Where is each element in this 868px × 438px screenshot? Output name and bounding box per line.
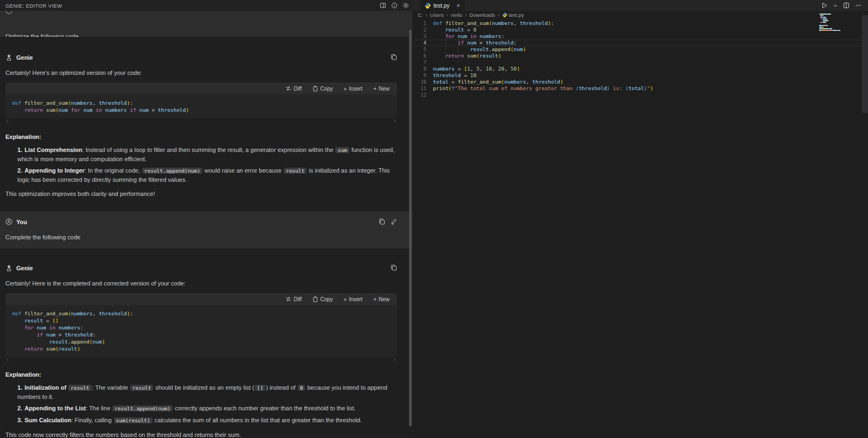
info-icon[interactable] [391, 2, 398, 9]
minimap-line [819, 28, 863, 29]
genie-message-header: Genie [5, 249, 397, 271]
code-token: for [445, 33, 455, 39]
code-token: , [526, 79, 532, 85]
code-token: = [449, 79, 458, 85]
code-block-body[interactable]: def filter_and_sum(numbers, threshold): … [5, 305, 397, 357]
insert-label: Insert [349, 296, 362, 302]
new-button[interactable]: + New [373, 296, 390, 302]
code-line[interactable]: 7 [412, 59, 868, 66]
panel-header-actions [380, 2, 409, 9]
code-block-body[interactable]: def filter_and_sum(numbers, threshold): … [5, 94, 397, 118]
breadcrumb-label: Users [430, 12, 444, 18]
breadcrumb-item[interactable]: renlu [451, 12, 462, 18]
code-line[interactable]: 4 if num > threshold: [412, 40, 868, 46]
insert-button[interactable]: » Insert [344, 86, 363, 92]
minimap[interactable] [819, 14, 863, 33]
scroll-left-icon[interactable]: ‹ [7, 357, 9, 363]
explanation-list: 1.List Comprehension: Instead of using a… [17, 145, 397, 184]
scroll-right-icon[interactable]: › [394, 357, 396, 363]
code-line[interactable]: 9threshold = 10 [412, 72, 868, 79]
code-line[interactable]: 10total = filter_and_sum(numbers, thresh… [412, 79, 868, 85]
scroll-left-icon[interactable]: ‹ [7, 118, 9, 124]
diff-button[interactable]: Diff [285, 296, 302, 302]
code-line[interactable]: 12 [412, 92, 868, 98]
text: ) instead of [266, 384, 297, 391]
copy-message-icon[interactable] [391, 54, 397, 60]
panel-scrollbar[interactable] [409, 12, 412, 437]
editor-scrollbar[interactable] [862, 11, 868, 438]
code-token: ) [523, 46, 526, 52]
code-token: 50 [510, 66, 516, 72]
scrollbar-thumb[interactable] [409, 30, 412, 426]
tab-test-py[interactable]: test.py × [420, 0, 465, 11]
split-editor-icon[interactable] [843, 2, 850, 9]
explanation-item: 2.Appending to Integer: In the original … [17, 166, 397, 184]
breadcrumb-item[interactable]: Users [430, 12, 444, 18]
copy-message-icon[interactable] [391, 264, 397, 271]
close-tab-icon[interactable]: × [456, 3, 459, 8]
chat-code-line: return sum(num for num in numbers if num… [12, 106, 391, 113]
code-line[interactable]: 6 return sum(result) [412, 53, 868, 59]
code-token: 10 [486, 66, 492, 72]
bold-text: Sum Calculation [24, 417, 71, 423]
code-token: : [93, 332, 96, 338]
open-in-editor-icon[interactable] [380, 2, 386, 9]
code-line[interactable]: 2 result = 0 [412, 27, 868, 33]
code-area[interactable]: 1def filter_and_sum(numbers, threshold):… [412, 18, 868, 98]
code-editor: test.py × C:›Users›renlu›Downloads›test.… [412, 0, 868, 438]
chat-code-line: result.append(num) [12, 338, 391, 345]
line-content: numbers = [1, 5, 10, 20, 50] [433, 66, 520, 72]
clipboard-icon [312, 86, 318, 92]
diff-label: Diff [293, 86, 302, 92]
diff-button[interactable]: Diff [285, 86, 302, 92]
minimap-segment [826, 22, 826, 23]
copy-label: Copy [320, 296, 333, 302]
code-token: return [24, 346, 43, 352]
minimap-line [819, 23, 863, 24]
insert-icon: » [344, 86, 347, 92]
breadcrumb-label: C: [418, 12, 423, 18]
code-token: ) [186, 107, 189, 113]
line-number: 11 [412, 85, 433, 92]
diff-icon [285, 296, 291, 302]
code-line[interactable]: 5 result.append(num) [412, 46, 868, 53]
copy-button[interactable]: Copy [312, 86, 333, 92]
copy-button[interactable]: Copy [312, 296, 333, 302]
code-line[interactable]: 11print(f"The total sum of numbers great… [412, 85, 868, 92]
scroll-right-icon[interactable]: › [394, 118, 396, 124]
run-dropdown-chevron-icon[interactable] [833, 3, 838, 8]
clipboard-icon [312, 296, 318, 302]
copy-message-icon[interactable] [379, 218, 385, 225]
code-token: numbers [505, 79, 526, 85]
new-label: New [379, 86, 390, 92]
more-actions-icon[interactable] [855, 2, 861, 9]
new-button[interactable]: + New [373, 86, 390, 92]
editor-actions [821, 0, 868, 11]
code-token: filter_and_sum [445, 20, 489, 26]
breadcrumb-item[interactable]: C: [418, 12, 423, 18]
code-line[interactable]: 1def filter_and_sum(numbers, threshold): [412, 20, 868, 27]
code-token: = [461, 72, 470, 78]
code-token: ) [77, 346, 80, 352]
edit-message-icon[interactable] [391, 218, 397, 225]
minimap-segment [823, 15, 824, 16]
code-line[interactable]: 3 for num in numbers: [412, 33, 868, 40]
code-token: > [476, 40, 486, 46]
code-token: is: [610, 85, 626, 91]
scrollbar-thumb[interactable] [862, 15, 868, 113]
breadcrumb-separator-icon: › [426, 12, 427, 18]
insert-button[interactable]: » Insert [344, 296, 363, 302]
run-icon[interactable] [821, 2, 828, 9]
genie-intro-text: Certainly! Here is the completed and cor… [5, 280, 397, 287]
code-token: : [80, 325, 84, 331]
code-token: ) [498, 53, 501, 59]
code-token: total [433, 79, 449, 85]
code-token: result [24, 318, 43, 323]
code-token: 0 [473, 27, 476, 33]
text: correctly appends each number greater th… [173, 405, 355, 411]
gear-icon[interactable] [403, 2, 409, 9]
breadcrumb-item[interactable]: test.py [502, 12, 524, 18]
code-token: return [24, 107, 43, 113]
code-line[interactable]: 8numbers = [1, 5, 10, 20, 50] [412, 66, 868, 72]
breadcrumb-item[interactable]: Downloads [469, 12, 495, 18]
